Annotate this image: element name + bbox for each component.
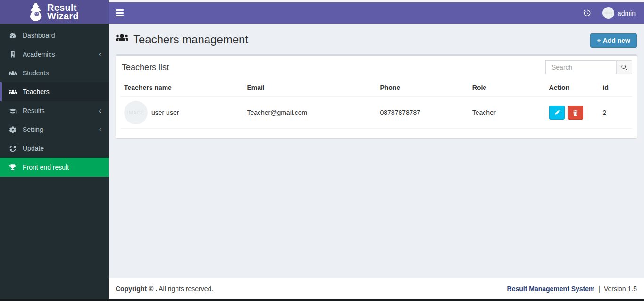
sidebar-item-label: Dashboard <box>23 32 55 39</box>
sidebar-item-setting[interactable]: Setting ‹ <box>0 120 109 139</box>
teacher-name: user user <box>151 109 179 116</box>
version-label: Version 1.5 <box>604 285 637 293</box>
sidebar-item-students[interactable]: Students <box>0 64 109 82</box>
chevron-left-icon: ‹ <box>99 108 101 113</box>
content-area: Teachers management + Add new Teachers l… <box>109 24 644 278</box>
users-icon <box>116 33 128 46</box>
table-header-row: Teachers name Email Phone Role Action id <box>120 79 632 97</box>
avatar-placeholder-text: IMAGE <box>127 110 144 115</box>
sidebar-item-teachers[interactable]: Teachers <box>0 82 109 101</box>
brand-logo[interactable]: Result Wizard <box>0 0 109 24</box>
main-region: IMAGE admin Teachers management + Add ne… <box>109 0 644 299</box>
gauge-icon <box>9 32 19 39</box>
page-title-text: Teachers management <box>133 33 248 46</box>
teachers-list-panel: Teachers list <box>116 54 637 138</box>
navbar-right: IMAGE admin <box>583 7 636 19</box>
sidebar-item-label: Academics <box>23 50 55 58</box>
column-header-email: Email <box>243 79 376 97</box>
sidebar-toggle-button[interactable] <box>109 2 130 24</box>
table-row: IMAGE user user Teacher@gmail.com 087878… <box>120 97 632 129</box>
copyright: Copyright © . All rights reserved. <box>116 285 213 293</box>
sidebar-item-label: Front end result <box>23 163 69 171</box>
panel-body: Teachers name Email Phone Role Action id <box>116 79 637 138</box>
app-window: Result Wizard Dashboard Academics ‹ <box>0 0 644 301</box>
column-header-role: Role <box>468 79 545 97</box>
username-label: admin <box>618 9 636 17</box>
avatar-placeholder-text: IMAGE <box>604 12 613 15</box>
teacher-avatar: IMAGE <box>124 101 148 124</box>
pencil-icon <box>554 110 560 116</box>
chevron-left-icon: ‹ <box>99 52 101 57</box>
copyright-rest: All rights reserved. <box>159 285 213 293</box>
delete-button[interactable] <box>568 106 583 120</box>
user-avatar: IMAGE <box>602 7 614 19</box>
footer-version: Result Management System | Version 1.5 <box>507 285 637 293</box>
sidebar-item-label: Students <box>23 69 49 77</box>
sidebar-item-label: Results <box>23 107 45 114</box>
teacher-name-cell: IMAGE user user <box>120 97 243 129</box>
wizard-icon <box>30 2 44 21</box>
sidebar-item-dashboard[interactable]: Dashboard <box>0 26 109 45</box>
sidebar: Result Wizard Dashboard Academics ‹ <box>0 0 109 299</box>
sidebar-item-label: Update <box>23 145 44 152</box>
teacher-id-cell: 2 <box>599 97 632 129</box>
plus-icon: + <box>597 37 601 44</box>
sidebar-item-label: Setting <box>23 126 43 133</box>
page-footer: Copyright © . All rights reserved. Resul… <box>109 278 644 299</box>
search-icon <box>621 64 627 71</box>
brand-name: Result Wizard <box>47 3 79 21</box>
top-navbar: IMAGE admin <box>109 0 644 24</box>
teacher-phone-cell: 08787878787 <box>376 97 468 129</box>
search-group <box>545 60 632 74</box>
search-button[interactable] <box>616 60 632 74</box>
column-header-teachers-name: Teachers name <box>120 79 243 97</box>
column-header-action: Action <box>545 79 599 97</box>
sidebar-nav: Dashboard Academics ‹ Students Teach <box>0 24 109 177</box>
sidebar-item-academics[interactable]: Academics ‹ <box>0 45 109 64</box>
building-icon <box>9 51 19 58</box>
system-name: Result Management System <box>507 285 595 293</box>
users-icon <box>9 70 19 77</box>
page-title: Teachers management <box>116 33 248 46</box>
teacher-email-cell: Teacher@gmail.com <box>243 97 376 129</box>
graduation-cap-icon <box>9 107 19 114</box>
sidebar-item-update[interactable]: Update <box>0 139 109 158</box>
add-new-label: Add new <box>603 37 630 44</box>
panel-header: Teachers list <box>116 56 637 79</box>
edit-button[interactable] <box>549 106 565 120</box>
sidebar-item-label: Teachers <box>23 88 50 96</box>
bottom-strip <box>0 299 644 301</box>
history-icon[interactable] <box>583 9 591 17</box>
trash-icon <box>572 110 578 116</box>
users-icon <box>9 89 19 96</box>
brand-line2: Wizard <box>47 12 79 20</box>
refresh-icon <box>9 145 19 152</box>
panel-title: Teachers list <box>120 63 169 73</box>
gear-icon <box>9 126 19 133</box>
user-menu[interactable]: IMAGE admin <box>602 7 636 19</box>
sidebar-item-front-end-result[interactable]: Front end result <box>0 158 109 177</box>
copyright-bold: Copyright © . <box>116 285 157 293</box>
teachers-table: Teachers name Email Phone Role Action id <box>120 79 632 129</box>
column-header-phone: Phone <box>376 79 468 97</box>
search-input[interactable] <box>545 60 616 74</box>
trophy-icon <box>9 164 19 171</box>
content-header: Teachers management + Add new <box>116 31 637 53</box>
chevron-left-icon: ‹ <box>99 127 101 132</box>
teacher-role-cell: Teacher <box>468 97 545 129</box>
teacher-action-cell <box>545 97 599 129</box>
footer-divider: | <box>598 285 600 293</box>
sidebar-item-results[interactable]: Results ‹ <box>0 101 109 120</box>
column-header-id: id <box>599 79 632 97</box>
add-new-button[interactable]: + Add new <box>590 33 637 48</box>
